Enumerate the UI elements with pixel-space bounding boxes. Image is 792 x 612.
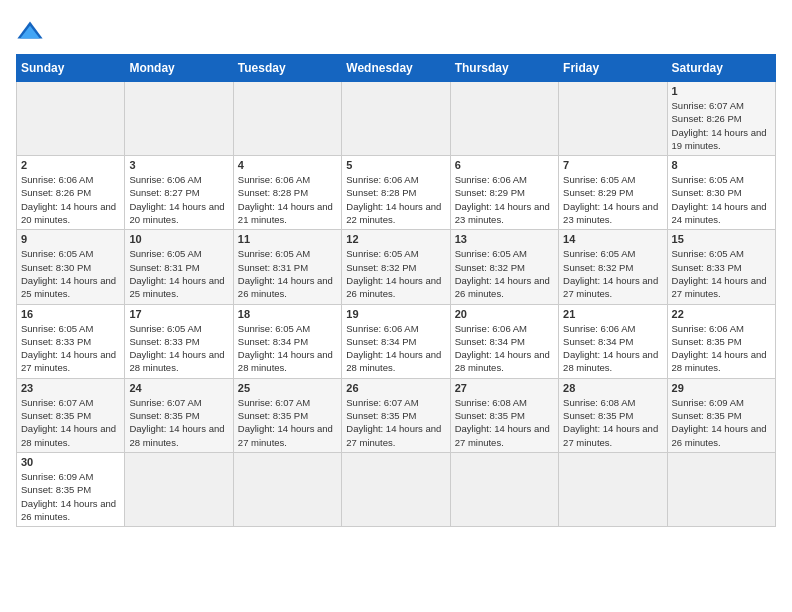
logo xyxy=(16,16,48,44)
calendar-table: SundayMondayTuesdayWednesdayThursdayFrid… xyxy=(16,54,776,527)
calendar-cell: 18Sunrise: 6:05 AM Sunset: 8:34 PM Dayli… xyxy=(233,304,341,378)
day-number: 19 xyxy=(346,308,445,320)
calendar-week-2: 2Sunrise: 6:06 AM Sunset: 8:26 PM Daylig… xyxy=(17,156,776,230)
day-info: Sunrise: 6:06 AM Sunset: 8:35 PM Dayligh… xyxy=(672,322,771,375)
day-number: 22 xyxy=(672,308,771,320)
day-info: Sunrise: 6:06 AM Sunset: 8:29 PM Dayligh… xyxy=(455,173,554,226)
calendar-cell: 29Sunrise: 6:09 AM Sunset: 8:35 PM Dayli… xyxy=(667,378,775,452)
logo-icon xyxy=(16,16,44,44)
calendar-cell: 28Sunrise: 6:08 AM Sunset: 8:35 PM Dayli… xyxy=(559,378,667,452)
day-number: 27 xyxy=(455,382,554,394)
calendar-cell: 20Sunrise: 6:06 AM Sunset: 8:34 PM Dayli… xyxy=(450,304,558,378)
calendar-cell: 13Sunrise: 6:05 AM Sunset: 8:32 PM Dayli… xyxy=(450,230,558,304)
calendar-cell xyxy=(559,82,667,156)
day-info: Sunrise: 6:05 AM Sunset: 8:32 PM Dayligh… xyxy=(563,247,662,300)
day-number: 23 xyxy=(21,382,120,394)
day-number: 25 xyxy=(238,382,337,394)
calendar-cell: 10Sunrise: 6:05 AM Sunset: 8:31 PM Dayli… xyxy=(125,230,233,304)
calendar-cell: 9Sunrise: 6:05 AM Sunset: 8:30 PM Daylig… xyxy=(17,230,125,304)
day-number: 6 xyxy=(455,159,554,171)
day-number: 30 xyxy=(21,456,120,468)
calendar-cell xyxy=(450,82,558,156)
day-info: Sunrise: 6:06 AM Sunset: 8:28 PM Dayligh… xyxy=(346,173,445,226)
day-info: Sunrise: 6:09 AM Sunset: 8:35 PM Dayligh… xyxy=(672,396,771,449)
weekday-header-thursday: Thursday xyxy=(450,55,558,82)
weekday-header-tuesday: Tuesday xyxy=(233,55,341,82)
calendar-cell xyxy=(125,82,233,156)
day-info: Sunrise: 6:07 AM Sunset: 8:26 PM Dayligh… xyxy=(672,99,771,152)
weekday-header-saturday: Saturday xyxy=(667,55,775,82)
day-number: 9 xyxy=(21,233,120,245)
day-number: 18 xyxy=(238,308,337,320)
calendar-cell: 26Sunrise: 6:07 AM Sunset: 8:35 PM Dayli… xyxy=(342,378,450,452)
calendar-week-5: 23Sunrise: 6:07 AM Sunset: 8:35 PM Dayli… xyxy=(17,378,776,452)
day-info: Sunrise: 6:06 AM Sunset: 8:28 PM Dayligh… xyxy=(238,173,337,226)
day-info: Sunrise: 6:05 AM Sunset: 8:32 PM Dayligh… xyxy=(346,247,445,300)
calendar-cell xyxy=(667,452,775,526)
day-number: 3 xyxy=(129,159,228,171)
calendar-cell: 24Sunrise: 6:07 AM Sunset: 8:35 PM Dayli… xyxy=(125,378,233,452)
calendar-cell: 11Sunrise: 6:05 AM Sunset: 8:31 PM Dayli… xyxy=(233,230,341,304)
calendar-week-4: 16Sunrise: 6:05 AM Sunset: 8:33 PM Dayli… xyxy=(17,304,776,378)
day-number: 21 xyxy=(563,308,662,320)
calendar-week-1: 1Sunrise: 6:07 AM Sunset: 8:26 PM Daylig… xyxy=(17,82,776,156)
calendar-cell: 21Sunrise: 6:06 AM Sunset: 8:34 PM Dayli… xyxy=(559,304,667,378)
day-number: 17 xyxy=(129,308,228,320)
day-info: Sunrise: 6:05 AM Sunset: 8:31 PM Dayligh… xyxy=(238,247,337,300)
calendar-cell xyxy=(233,452,341,526)
weekday-header-monday: Monday xyxy=(125,55,233,82)
weekday-header-row: SundayMondayTuesdayWednesdayThursdayFrid… xyxy=(17,55,776,82)
day-number: 15 xyxy=(672,233,771,245)
calendar-cell: 8Sunrise: 6:05 AM Sunset: 8:30 PM Daylig… xyxy=(667,156,775,230)
calendar-cell: 30Sunrise: 6:09 AM Sunset: 8:35 PM Dayli… xyxy=(17,452,125,526)
day-info: Sunrise: 6:05 AM Sunset: 8:29 PM Dayligh… xyxy=(563,173,662,226)
day-number: 13 xyxy=(455,233,554,245)
calendar-cell: 1Sunrise: 6:07 AM Sunset: 8:26 PM Daylig… xyxy=(667,82,775,156)
day-info: Sunrise: 6:07 AM Sunset: 8:35 PM Dayligh… xyxy=(21,396,120,449)
calendar-cell: 15Sunrise: 6:05 AM Sunset: 8:33 PM Dayli… xyxy=(667,230,775,304)
day-info: Sunrise: 6:05 AM Sunset: 8:31 PM Dayligh… xyxy=(129,247,228,300)
day-info: Sunrise: 6:07 AM Sunset: 8:35 PM Dayligh… xyxy=(129,396,228,449)
day-info: Sunrise: 6:05 AM Sunset: 8:34 PM Dayligh… xyxy=(238,322,337,375)
weekday-header-sunday: Sunday xyxy=(17,55,125,82)
calendar-cell xyxy=(450,452,558,526)
calendar-cell: 12Sunrise: 6:05 AM Sunset: 8:32 PM Dayli… xyxy=(342,230,450,304)
calendar-cell: 5Sunrise: 6:06 AM Sunset: 8:28 PM Daylig… xyxy=(342,156,450,230)
day-number: 10 xyxy=(129,233,228,245)
day-info: Sunrise: 6:07 AM Sunset: 8:35 PM Dayligh… xyxy=(346,396,445,449)
day-info: Sunrise: 6:08 AM Sunset: 8:35 PM Dayligh… xyxy=(563,396,662,449)
day-number: 5 xyxy=(346,159,445,171)
calendar-cell: 19Sunrise: 6:06 AM Sunset: 8:34 PM Dayli… xyxy=(342,304,450,378)
calendar-cell xyxy=(17,82,125,156)
calendar-cell: 4Sunrise: 6:06 AM Sunset: 8:28 PM Daylig… xyxy=(233,156,341,230)
day-number: 16 xyxy=(21,308,120,320)
day-number: 12 xyxy=(346,233,445,245)
day-number: 2 xyxy=(21,159,120,171)
weekday-header-wednesday: Wednesday xyxy=(342,55,450,82)
day-info: Sunrise: 6:05 AM Sunset: 8:30 PM Dayligh… xyxy=(21,247,120,300)
day-info: Sunrise: 6:05 AM Sunset: 8:32 PM Dayligh… xyxy=(455,247,554,300)
day-number: 1 xyxy=(672,85,771,97)
calendar-cell: 16Sunrise: 6:05 AM Sunset: 8:33 PM Dayli… xyxy=(17,304,125,378)
day-number: 11 xyxy=(238,233,337,245)
calendar-cell: 14Sunrise: 6:05 AM Sunset: 8:32 PM Dayli… xyxy=(559,230,667,304)
day-info: Sunrise: 6:05 AM Sunset: 8:33 PM Dayligh… xyxy=(129,322,228,375)
day-info: Sunrise: 6:06 AM Sunset: 8:34 PM Dayligh… xyxy=(563,322,662,375)
day-number: 24 xyxy=(129,382,228,394)
day-info: Sunrise: 6:05 AM Sunset: 8:30 PM Dayligh… xyxy=(672,173,771,226)
day-info: Sunrise: 6:08 AM Sunset: 8:35 PM Dayligh… xyxy=(455,396,554,449)
day-number: 14 xyxy=(563,233,662,245)
day-number: 28 xyxy=(563,382,662,394)
calendar-cell: 3Sunrise: 6:06 AM Sunset: 8:27 PM Daylig… xyxy=(125,156,233,230)
day-number: 29 xyxy=(672,382,771,394)
day-number: 7 xyxy=(563,159,662,171)
calendar-cell xyxy=(125,452,233,526)
calendar-cell: 17Sunrise: 6:05 AM Sunset: 8:33 PM Dayli… xyxy=(125,304,233,378)
calendar-cell: 23Sunrise: 6:07 AM Sunset: 8:35 PM Dayli… xyxy=(17,378,125,452)
day-info: Sunrise: 6:07 AM Sunset: 8:35 PM Dayligh… xyxy=(238,396,337,449)
day-info: Sunrise: 6:05 AM Sunset: 8:33 PM Dayligh… xyxy=(21,322,120,375)
calendar-cell xyxy=(559,452,667,526)
day-number: 26 xyxy=(346,382,445,394)
calendar-cell: 27Sunrise: 6:08 AM Sunset: 8:35 PM Dayli… xyxy=(450,378,558,452)
calendar-cell: 6Sunrise: 6:06 AM Sunset: 8:29 PM Daylig… xyxy=(450,156,558,230)
